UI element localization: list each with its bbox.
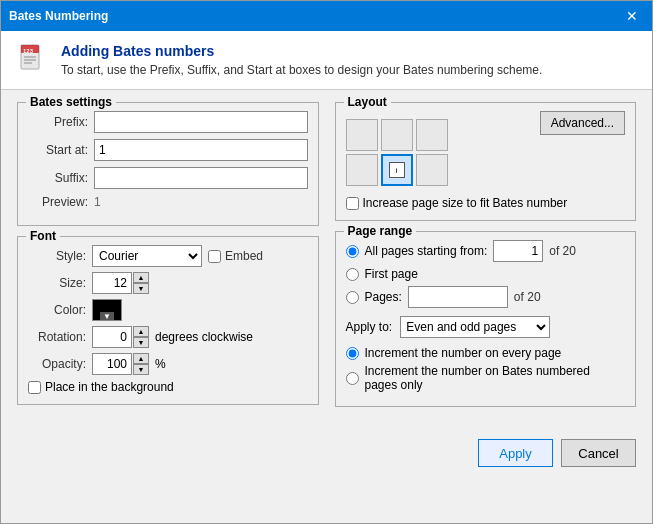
rotation-input[interactable]	[92, 326, 132, 348]
rotation-spinner-buttons: ▲ ▼	[133, 326, 149, 348]
first-page-radio[interactable]	[346, 268, 359, 281]
increment-bates-row: Increment the number on Bates numbered p…	[346, 364, 626, 392]
header-title: Adding Bates numbers	[61, 43, 542, 59]
preview-row: Preview: 1	[28, 195, 308, 209]
size-spinner: ▲ ▼	[92, 272, 149, 294]
place-bg-row: Place in the background	[28, 380, 308, 394]
font-color-label: Color:	[28, 303, 86, 317]
apply-to-label: Apply to:	[346, 320, 393, 334]
all-pages-input[interactable]	[493, 240, 543, 262]
embed-checkbox[interactable]	[208, 250, 221, 263]
all-pages-radio[interactable]	[346, 245, 359, 258]
place-bg-checkbox[interactable]	[28, 381, 41, 394]
grid-cell-top-left[interactable]	[346, 119, 378, 151]
header-section: 123 Adding Bates numbers To start, use t…	[1, 31, 652, 90]
header-icon: 123	[17, 43, 49, 75]
grid-cell-bottom-right[interactable]	[416, 154, 448, 186]
rotation-down-button[interactable]: ▼	[133, 337, 149, 348]
embed-wrap: Embed	[208, 249, 263, 263]
content-area: Bates settings Prefix: Start at: Suffix:	[1, 90, 652, 429]
page-range-label: Page range	[344, 224, 417, 238]
color-picker[interactable]: ▼	[92, 299, 122, 321]
start-at-label: Start at:	[28, 143, 88, 157]
suffix-label: Suffix:	[28, 171, 88, 185]
header-text: Adding Bates numbers To start, use the P…	[61, 43, 542, 77]
two-column-layout: Bates settings Prefix: Start at: Suffix:	[17, 102, 636, 417]
first-page-row: First page	[346, 267, 626, 281]
apply-button[interactable]: Apply	[478, 439, 553, 467]
degrees-label: degrees clockwise	[155, 330, 253, 344]
start-at-input[interactable]	[94, 139, 308, 161]
size-down-button[interactable]: ▼	[133, 283, 149, 294]
increment-every-label: Increment the number on every page	[365, 346, 562, 360]
close-button[interactable]: ✕	[620, 7, 644, 25]
percent-label: %	[155, 357, 166, 371]
size-spinner-buttons: ▲ ▼	[133, 272, 149, 294]
dialog-title: Bates Numbering	[9, 9, 108, 23]
font-label: Font	[26, 229, 60, 243]
all-pages-row: All pages starting from: of 20	[346, 240, 626, 262]
size-input[interactable]	[92, 272, 132, 294]
dialog-footer: Apply Cancel	[1, 429, 652, 481]
rotation-spinner: ▲ ▼	[92, 326, 149, 348]
font-color-row: Color: ▼	[28, 299, 308, 321]
prefix-input[interactable]	[94, 111, 308, 133]
layout-label: Layout	[344, 95, 391, 109]
increment-every-row: Increment the number on every page	[346, 346, 626, 360]
grid-cell-top-right[interactable]	[416, 119, 448, 151]
apply-to-select[interactable]: Even and odd pages Even pages only Odd p…	[400, 316, 550, 338]
first-page-label: First page	[365, 267, 418, 281]
font-size-label: Size:	[28, 276, 86, 290]
opacity-spinner: ▲ ▼	[92, 353, 149, 375]
pages-radio[interactable]	[346, 291, 359, 304]
increment-bates-label: Increment the number on Bates numbered p…	[365, 364, 626, 392]
increment-bates-radio[interactable]	[346, 372, 359, 385]
bates-numbering-dialog: Bates Numbering ✕ 123 Adding Bates numbe…	[0, 0, 653, 524]
bates-settings-label: Bates settings	[26, 95, 116, 109]
page-range-group: Page range All pages starting from: of 2…	[335, 231, 637, 407]
preview-value: 1	[94, 195, 101, 209]
font-style-label: Style:	[28, 249, 86, 263]
size-up-button[interactable]: ▲	[133, 272, 149, 283]
start-at-row: Start at:	[28, 139, 308, 161]
suffix-row: Suffix:	[28, 167, 308, 189]
font-rotation-row: Rotation: ▲ ▼ degrees clockwise	[28, 326, 308, 348]
suffix-input[interactable]	[94, 167, 308, 189]
layout-group: Layout i	[335, 102, 637, 221]
fit-checkbox-row: Increase page size to fit Bates number	[346, 196, 626, 210]
header-description: To start, use the Prefix, Suffix, and St…	[61, 63, 542, 77]
all-pages-label: All pages starting from:	[365, 244, 488, 258]
font-style-select[interactable]: Courier Arial Times New Roman	[92, 245, 202, 267]
layout-top-row: i Advanced...	[346, 111, 626, 192]
rotation-up-button[interactable]: ▲	[133, 326, 149, 337]
fit-label: Increase page size to fit Bates number	[363, 196, 568, 210]
svg-text:123: 123	[23, 48, 34, 54]
opacity-up-button[interactable]: ▲	[133, 353, 149, 364]
cancel-button[interactable]: Cancel	[561, 439, 636, 467]
apply-to-row: Apply to: Even and odd pages Even pages …	[346, 316, 626, 338]
pages-label: Pages:	[365, 290, 402, 304]
font-size-row: Size: ▲ ▼	[28, 272, 308, 294]
font-style-row: Style: Courier Arial Times New Roman Emb…	[28, 245, 308, 267]
opacity-down-button[interactable]: ▼	[133, 364, 149, 375]
advanced-button[interactable]: Advanced...	[540, 111, 625, 135]
place-bg-label: Place in the background	[45, 380, 174, 394]
font-opacity-row: Opacity: ▲ ▼ %	[28, 353, 308, 375]
color-dropdown-arrow[interactable]: ▼	[100, 312, 114, 320]
grid-cell-bottom-center[interactable]: i	[381, 154, 413, 186]
fit-checkbox[interactable]	[346, 197, 359, 210]
title-bar-left: Bates Numbering	[9, 9, 108, 23]
embed-label: Embed	[225, 249, 263, 263]
prefix-label: Prefix:	[28, 115, 88, 129]
right-column: Layout i	[335, 102, 637, 417]
increment-every-radio[interactable]	[346, 347, 359, 360]
grid-cell-top-center[interactable]	[381, 119, 413, 151]
opacity-input[interactable]	[92, 353, 132, 375]
pages-input[interactable]	[408, 286, 508, 308]
grid-cell-bottom-left[interactable]	[346, 154, 378, 186]
pages-of: of 20	[514, 290, 541, 304]
preview-label: Preview:	[28, 195, 88, 209]
left-column: Bates settings Prefix: Start at: Suffix:	[17, 102, 319, 417]
bates-settings-group: Bates settings Prefix: Start at: Suffix:	[17, 102, 319, 226]
fit-checkbox-wrap: Increase page size to fit Bates number	[346, 196, 626, 210]
